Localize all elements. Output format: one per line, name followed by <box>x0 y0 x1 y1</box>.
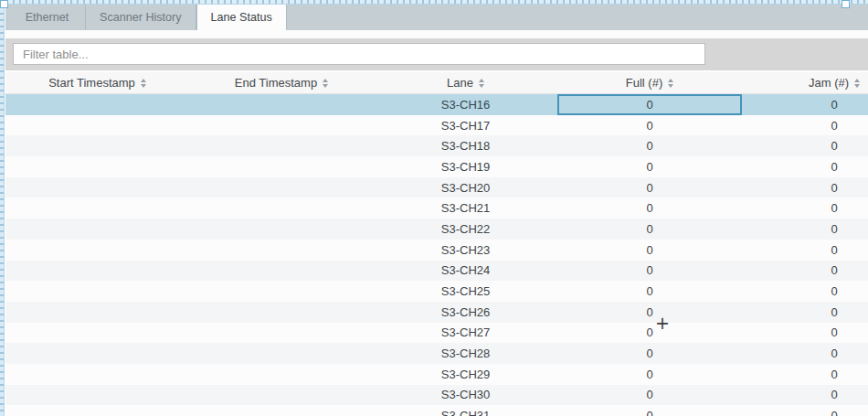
cell-start-timestamp[interactable] <box>5 197 189 219</box>
table-row[interactable]: S3-CH26 0 0 <box>5 302 868 323</box>
cell-end-timestamp[interactable] <box>189 219 374 240</box>
cell-end-timestamp[interactable] <box>189 94 374 115</box>
cell-full[interactable]: 0 <box>557 261 742 282</box>
cell-lane[interactable]: S3-CH31 <box>374 405 557 416</box>
cell-end-timestamp[interactable] <box>189 156 374 177</box>
cell-jam[interactable]: 0 <box>742 405 868 416</box>
cell-full[interactable]: 0 <box>557 323 742 344</box>
cell-end-timestamp[interactable] <box>189 197 374 219</box>
cell-start-timestamp[interactable] <box>5 281 189 302</box>
cell-start-timestamp[interactable] <box>5 405 189 416</box>
cell-end-timestamp[interactable] <box>189 405 374 416</box>
cell-jam[interactable]: 0 <box>742 302 868 323</box>
cell-end-timestamp[interactable] <box>189 302 374 323</box>
cell-full[interactable]: 0 <box>557 115 742 136</box>
column-header-lane[interactable]: Lane <box>374 72 557 93</box>
sort-arrows-icon[interactable] <box>323 79 328 88</box>
cell-jam[interactable]: 0 <box>742 219 868 240</box>
cell-lane[interactable]: S3-CH29 <box>374 364 557 385</box>
column-header-start-timestamp[interactable]: Start Timestamp <box>5 72 189 93</box>
table-row[interactable]: S3-CH24 0 0 <box>5 261 868 282</box>
table-row[interactable]: S3-CH27 0 0 <box>5 323 868 344</box>
cell-full[interactable]: 0 <box>557 364 742 385</box>
cell-full[interactable]: 0 <box>557 405 742 416</box>
cell-end-timestamp[interactable] <box>189 343 374 364</box>
cell-lane[interactable]: S3-CH21 <box>374 197 557 219</box>
cell-full[interactable]: 0 <box>557 177 742 198</box>
column-header-full[interactable]: Full (#) <box>557 72 742 93</box>
cell-end-timestamp[interactable] <box>189 135 374 156</box>
cell-lane[interactable]: S3-CH24 <box>374 261 557 282</box>
table-row[interactable]: S3-CH28 0 0 <box>5 343 868 364</box>
cell-lane[interactable]: S3-CH22 <box>374 219 557 240</box>
cell-full[interactable]: 0 <box>557 94 742 115</box>
filter-table-input[interactable] <box>13 43 705 65</box>
table-row[interactable]: S3-CH20 0 0 <box>5 177 868 198</box>
cell-lane[interactable]: S3-CH17 <box>374 115 557 136</box>
cell-start-timestamp[interactable] <box>5 240 189 261</box>
cell-full[interactable]: 0 <box>557 156 742 177</box>
cell-start-timestamp[interactable] <box>5 94 189 115</box>
cell-start-timestamp[interactable] <box>5 343 189 364</box>
tab-lane-status[interactable]: Lane Status <box>196 5 287 30</box>
cell-lane[interactable]: S3-CH20 <box>374 177 557 198</box>
selection-handle-top-left[interactable] <box>0 0 8 8</box>
cell-end-timestamp[interactable] <box>189 385 374 406</box>
cell-start-timestamp[interactable] <box>5 115 189 136</box>
sort-arrows-icon[interactable] <box>668 79 673 88</box>
table-row[interactable]: S3-CH23 0 0 <box>5 240 868 261</box>
cell-jam[interactable]: 0 <box>742 177 868 198</box>
cell-start-timestamp[interactable] <box>5 219 189 240</box>
cell-full[interactable]: 0 <box>557 240 742 261</box>
cell-jam[interactable]: 0 <box>742 156 868 177</box>
cell-start-timestamp[interactable] <box>5 385 189 406</box>
cell-end-timestamp[interactable] <box>189 261 374 282</box>
cell-jam[interactable]: 0 <box>742 197 868 219</box>
sort-arrows-icon[interactable] <box>854 79 860 88</box>
cell-full[interactable]: 0 <box>557 135 742 156</box>
cell-full[interactable]: 0 <box>557 197 742 219</box>
table-row[interactable]: S3-CH30 0 0 <box>5 385 868 406</box>
cell-end-timestamp[interactable] <box>189 240 374 261</box>
cell-jam[interactable]: 0 <box>742 135 868 156</box>
sort-arrows-icon[interactable] <box>141 79 146 88</box>
cell-jam[interactable]: 0 <box>742 261 868 282</box>
table-row[interactable]: S3-CH22 0 0 <box>5 219 868 240</box>
cell-lane[interactable]: S3-CH25 <box>374 281 557 302</box>
table-row[interactable]: S3-CH18 0 0 <box>5 135 868 156</box>
cell-start-timestamp[interactable] <box>5 156 189 177</box>
table-row[interactable]: S3-CH16 0 0 <box>5 94 868 115</box>
column-header-end-timestamp[interactable]: End Timestamp <box>189 72 374 93</box>
cell-start-timestamp[interactable] <box>5 135 189 156</box>
cell-jam[interactable]: 0 <box>742 240 868 261</box>
cell-jam[interactable]: 0 <box>742 94 868 115</box>
cell-start-timestamp[interactable] <box>5 302 189 323</box>
cell-end-timestamp[interactable] <box>189 323 374 344</box>
cell-jam[interactable]: 0 <box>742 343 868 364</box>
cell-start-timestamp[interactable] <box>5 364 189 385</box>
cell-lane[interactable]: S3-CH19 <box>374 156 557 177</box>
cell-jam[interactable]: 0 <box>742 115 868 136</box>
cell-lane[interactable]: S3-CH30 <box>374 385 557 406</box>
cell-jam[interactable]: 0 <box>742 364 868 385</box>
cell-jam[interactable]: 0 <box>742 323 868 344</box>
tab-scanner-history[interactable]: Scanner History <box>86 5 196 30</box>
cell-lane[interactable]: S3-CH18 <box>374 135 557 156</box>
cell-lane[interactable]: S3-CH16 <box>374 94 557 115</box>
cell-full[interactable]: 0 <box>557 385 742 406</box>
table-row[interactable]: S3-CH29 0 0 <box>5 364 868 385</box>
cell-full[interactable]: 0 <box>557 219 742 240</box>
table-row[interactable]: S3-CH31 0 0 <box>5 405 868 416</box>
cell-jam[interactable]: 0 <box>742 385 868 406</box>
table-row[interactable]: S3-CH25 0 0 <box>5 281 868 302</box>
cell-lane[interactable]: S3-CH23 <box>374 240 557 261</box>
tab-ethernet[interactable]: Ethernet <box>9 5 86 30</box>
table-row[interactable]: S3-CH21 0 0 <box>5 197 868 219</box>
cell-full[interactable]: 0 <box>557 281 742 302</box>
selection-handle-top-right[interactable] <box>842 0 850 8</box>
cell-full[interactable]: 0 <box>557 302 742 323</box>
cell-end-timestamp[interactable] <box>189 177 374 198</box>
cell-lane[interactable]: S3-CH26 <box>374 302 557 323</box>
cell-end-timestamp[interactable] <box>189 115 374 136</box>
cell-lane[interactable]: S3-CH27 <box>374 323 557 344</box>
